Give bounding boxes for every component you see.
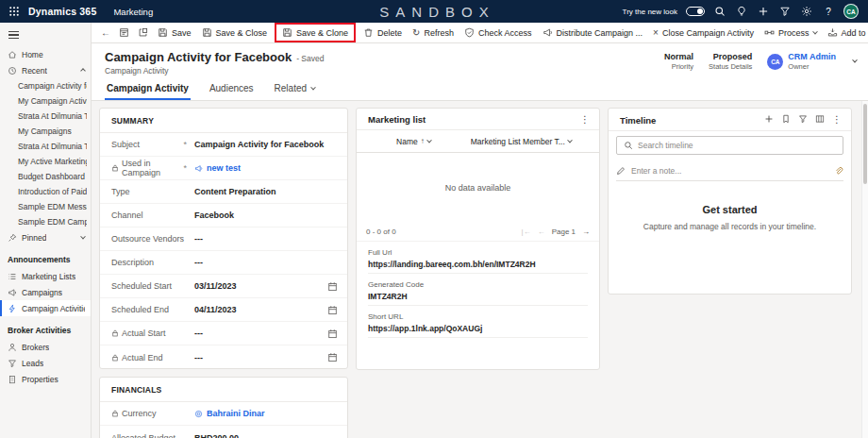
sidebar-recent-item[interactable]: My Campaign Activit... (0, 93, 91, 109)
account-avatar[interactable]: CA (843, 4, 859, 19)
owner-field[interactable]: CA CRM Admin Owner (767, 52, 836, 71)
subgrid-more-icon[interactable]: ⋮ (580, 115, 590, 125)
field-value[interactable]: Campaign Activity for Facebook (194, 140, 338, 149)
close-campaign-activity-button[interactable]: × Close Campaign Activity (648, 24, 759, 42)
sidebar-recent-item[interactable]: My Campaigns (0, 124, 91, 139)
new-look-toggle[interactable] (686, 7, 705, 16)
field-scheduled-end: Scheduled End 04/11/2023 (100, 298, 347, 322)
form-icon (119, 27, 129, 38)
home-icon (8, 50, 17, 59)
help-icon[interactable]: ? (822, 5, 835, 18)
sidebar-recent-item[interactable]: My Active Marketing... (0, 154, 91, 169)
field-short-url: Short URL https://app.1lnk.app/QoXAUGj (368, 312, 588, 338)
lock-icon (111, 329, 119, 337)
sidebar-recent-item[interactable]: Budget Dashboard (0, 169, 91, 184)
lock-icon (111, 164, 119, 172)
tab-campaign-activity[interactable]: Campaign Activity (105, 78, 191, 100)
header-expand-chevron-icon[interactable] (852, 58, 858, 63)
sidebar-item-properties[interactable]: Properties (0, 371, 91, 387)
search-icon[interactable] (713, 5, 726, 18)
calendar-icon (327, 328, 338, 339)
chevron-down-icon (80, 233, 86, 239)
calendar-icon[interactable] (327, 281, 338, 292)
marketing-list-section: Marketing list ⋮ Name ↑ (356, 108, 600, 370)
filter-icon[interactable] (798, 114, 808, 126)
list-icon (8, 272, 17, 281)
next-page-icon[interactable]: → (582, 227, 590, 236)
first-page-icon[interactable]: |← (522, 227, 531, 236)
sidebar-group-pinned[interactable]: Pinned (0, 229, 91, 245)
timeline-search-input[interactable] (638, 141, 836, 150)
sidebar-recent-item[interactable]: Strata At Dilmunia Te... (0, 109, 91, 124)
settings-gear-icon[interactable] (800, 5, 813, 18)
save-and-close-button[interactable]: Save & Close (197, 24, 273, 42)
app-title[interactable]: Dynamics 365 (28, 6, 96, 17)
filter-icon[interactable] (778, 5, 792, 18)
tab-audiences[interactable]: Audiences (208, 78, 256, 100)
save-button[interactable]: Save (153, 24, 196, 42)
popout-button[interactable] (134, 24, 152, 42)
field-channel: Channel Facebook (100, 204, 347, 227)
field-description: Description --- (100, 251, 347, 275)
popout-icon (138, 27, 148, 38)
form-selector-button[interactable] (115, 24, 133, 42)
field-subject: Subject* Campaign Activity for Facebook (100, 133, 347, 157)
page-title: Campaign Activity for Facebook (105, 50, 292, 64)
sidebar-group-recent[interactable]: Recent (0, 62, 91, 78)
bookmark-icon[interactable] (781, 114, 791, 126)
app-launcher-icon[interactable] (8, 5, 21, 18)
delete-button[interactable]: Delete (359, 24, 407, 42)
entity-subtitle: Campaign Activity (105, 66, 324, 76)
priority-field[interactable]: Normal Priority (664, 52, 693, 71)
search-icon (624, 141, 633, 150)
refresh-button[interactable]: ↻ Refresh (408, 24, 459, 42)
tab-related[interactable]: Related (273, 78, 317, 100)
calendar-icon[interactable] (327, 305, 338, 315)
field-currency: Currency Bahraini Dinar (100, 402, 347, 426)
record-range: 0 - 0 of 0 (366, 227, 396, 236)
sidebar-recent-item[interactable]: Strata At Dilmunia Te... (0, 139, 91, 154)
timeline-more-icon[interactable]: ⋮ (832, 115, 842, 125)
bolt-icon (8, 304, 17, 313)
sidebar-item-leads[interactable]: Leads (0, 355, 91, 371)
record-link[interactable]: Bahraini Dinar (207, 409, 265, 418)
status-details-field[interactable]: Proposed Status Details (709, 52, 752, 71)
columns-icon[interactable] (815, 114, 825, 126)
process-button[interactable]: Process (760, 24, 822, 42)
add-to-queue-button[interactable]: Add to Queue (823, 24, 868, 42)
timeline-note-row[interactable] (616, 160, 843, 181)
save-and-clone-button[interactable]: Save & Clone (277, 24, 353, 42)
chevron-down-icon (567, 137, 573, 143)
sidebar-recent-item[interactable]: Campaign Activity fo... (0, 78, 91, 93)
scrollbar-thumb[interactable] (863, 104, 867, 184)
sidebar-item-home[interactable]: Home (0, 46, 91, 62)
column-header-name[interactable]: Name ↑ (357, 137, 471, 146)
timeline-add-icon[interactable] (764, 114, 774, 126)
timeline-search-box[interactable] (616, 136, 843, 155)
note-input[interactable] (631, 166, 828, 176)
record-link[interactable]: new test (207, 163, 241, 173)
summary-section: SUMMARY Subject* Campaign Activity for F… (99, 108, 348, 369)
column-header-member-type[interactable]: Marketing List Member T... (471, 137, 599, 146)
record-header: Campaign Activity for Facebook - Saved C… (92, 43, 868, 78)
field-allocated-budget: Allocated Budget BHD200.00 (100, 426, 347, 438)
sidebar-item-marketing-lists[interactable]: Marketing Lists (0, 268, 91, 284)
quick-create-icon[interactable] (757, 5, 770, 18)
sidebar-item-campaign-activities[interactable]: Campaign Activities (0, 300, 91, 316)
command-bar: ← Save Save & Close Save & Clone (92, 23, 868, 43)
lightbulb-icon[interactable] (735, 5, 748, 18)
distribute-campaign-button[interactable]: Distribute Campaign ... (538, 24, 648, 42)
area-title[interactable]: Marketing (113, 7, 153, 17)
sidebar-recent-item[interactable]: Sample EDM Campai... (0, 214, 91, 229)
sidebar-item-brokers[interactable]: Brokers (0, 339, 91, 355)
panel-title: Timeline (620, 115, 764, 126)
back-button[interactable]: ← (97, 24, 114, 42)
vertical-scrollbar[interactable] (861, 101, 868, 438)
sidebar-recent-item[interactable]: Introduction of Paid ... (0, 184, 91, 199)
hamburger-menu-icon[interactable] (0, 26, 19, 46)
sidebar-recent-item[interactable]: Sample EDM Message (0, 199, 91, 214)
paperclip-icon[interactable] (834, 166, 843, 176)
sidebar-item-campaigns[interactable]: Campaigns (0, 284, 91, 300)
check-access-button[interactable]: Check Access (459, 24, 537, 42)
previous-page-icon[interactable]: ← (538, 227, 545, 236)
